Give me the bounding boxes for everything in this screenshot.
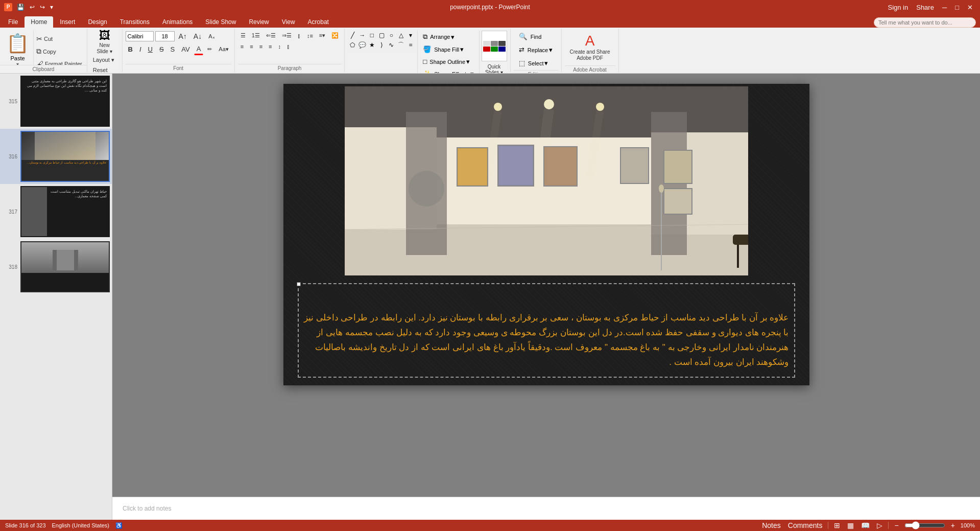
- save-btn[interactable]: 💾: [15, 3, 26, 11]
- tab-acrobat[interactable]: Acrobat: [302, 16, 335, 28]
- redo-btn[interactable]: ↪: [38, 3, 46, 11]
- slide-text-box[interactable]: علاوه بر آن با طراحی دید مناسب از حیاط م…: [299, 306, 794, 375]
- rect-tool[interactable]: □: [367, 31, 376, 40]
- quick-styles-box[interactable]: [482, 31, 507, 61]
- tab-slideshow[interactable]: Slide Show: [199, 16, 242, 28]
- oval-tool[interactable]: ○: [387, 31, 396, 40]
- slide-thumb-315[interactable]: 315 این شهر طراحی هو گالری طراحی به معما…: [0, 74, 112, 129]
- tab-transitions[interactable]: Transitions: [114, 16, 156, 28]
- replace-button[interactable]: ⇄ Replace ▾: [516, 44, 556, 56]
- slide-sorter-btn[interactable]: ▦: [846, 521, 855, 530]
- tab-view[interactable]: View: [276, 16, 301, 28]
- pentagon-tool[interactable]: ⬠: [348, 40, 357, 50]
- triangle-tool[interactable]: △: [396, 31, 405, 40]
- align-right-btn[interactable]: ≡: [257, 42, 265, 51]
- shadow-btn[interactable]: S: [168, 44, 178, 55]
- slide-canvas[interactable]: علاوه بر آن با طراحی دید مناسب از حیاط م…: [283, 84, 809, 385]
- underline-btn[interactable]: U: [146, 44, 155, 55]
- customize-btn[interactable]: ▾: [49, 3, 55, 11]
- resize-handle-topleft[interactable]: [297, 282, 301, 286]
- shape-fill-button[interactable]: 🪣 Shape Fill ▾: [420, 43, 476, 55]
- line-spacing-btn[interactable]: ↕: [275, 42, 283, 51]
- font-size-input[interactable]: [155, 31, 175, 41]
- sign-in-btn[interactable]: Sign in: [885, 3, 911, 12]
- increase-font-btn[interactable]: A↑: [176, 31, 189, 42]
- justify-btn[interactable]: ≡: [266, 42, 274, 51]
- slideshow-btn[interactable]: ▷: [875, 521, 884, 530]
- font-spacing-btn[interactable]: AV: [179, 44, 192, 55]
- tab-review[interactable]: Review: [243, 16, 275, 28]
- curve-tool[interactable]: ∿: [387, 40, 396, 50]
- align-center-btn[interactable]: ≡: [247, 42, 255, 51]
- create-share-pdf-button[interactable]: A Create and ShareAdobe PDF: [567, 32, 613, 63]
- arrange-button[interactable]: ⧉ Arrange ▾: [420, 31, 476, 43]
- minimize-btn[interactable]: ─: [939, 3, 950, 12]
- status-bar: Slide 316 of 323 English (United States)…: [0, 520, 980, 531]
- font-color-btn[interactable]: A: [194, 43, 204, 55]
- maximize-btn[interactable]: □: [952, 3, 962, 12]
- col-divider-btn[interactable]: ⫿: [284, 42, 293, 51]
- italic-btn[interactable]: I: [137, 44, 144, 55]
- decrease-font-btn[interactable]: A↓: [191, 31, 204, 42]
- tab-design[interactable]: Design: [82, 16, 113, 28]
- slide-thumb-317[interactable]: 317 حیاط تهران ماکتی تبدیل متناسب است کم…: [0, 184, 112, 239]
- more-shapes-btn[interactable]: ▾: [406, 31, 415, 40]
- slide-thumb-316[interactable]: 316 علاوه بر آن با طراحی دید مناسب از حی…: [0, 129, 112, 184]
- font-name-input[interactable]: [126, 31, 154, 41]
- arrow-tool[interactable]: →: [357, 31, 367, 40]
- quick-styles-button[interactable]: QuickStyles ▾: [483, 62, 506, 74]
- align-left-btn[interactable]: ≡: [238, 42, 246, 51]
- tab-home[interactable]: Home: [25, 16, 53, 28]
- strikethrough-btn[interactable]: S: [157, 44, 166, 55]
- notes-area[interactable]: Click to add notes: [112, 497, 980, 520]
- indent-decrease-btn[interactable]: ⇐☰: [264, 31, 278, 40]
- slide-photo[interactable]: [345, 86, 748, 275]
- shape-outline-button[interactable]: □ Shape Outline ▾: [420, 56, 476, 67]
- find-button[interactable]: 🔍 Find: [516, 31, 556, 42]
- connector-tool[interactable]: ⌒: [396, 40, 405, 50]
- smartart-btn[interactable]: 🔀: [329, 31, 341, 40]
- align-text-btn[interactable]: ≡▾: [317, 31, 328, 40]
- numbering-btn[interactable]: 1☰: [249, 31, 262, 40]
- new-slide-button[interactable]: 🖼 NewSlide ▾: [94, 30, 115, 55]
- select-button[interactable]: ⬚ Select ▾: [516, 57, 556, 69]
- zoom-in-btn[interactable]: +: [949, 521, 957, 530]
- tab-file[interactable]: File: [2, 16, 24, 28]
- tab-insert[interactable]: Insert: [54, 16, 81, 28]
- reset-button[interactable]: Reset: [90, 65, 119, 74]
- shape-fill-label: Shape Fill: [434, 47, 459, 53]
- undo-btn[interactable]: ↩: [28, 3, 36, 11]
- callout-tool[interactable]: 💬: [357, 40, 367, 50]
- rounded-rect-tool[interactable]: ▢: [377, 31, 386, 40]
- slide-info: Slide 316 of 323: [5, 522, 46, 528]
- star-tool[interactable]: ★: [367, 40, 376, 50]
- text-direction-btn[interactable]: ↕≡: [304, 31, 316, 40]
- zoom-slider[interactable]: [904, 521, 945, 529]
- search-input[interactable]: [874, 17, 976, 28]
- reading-view-btn[interactable]: 📖: [859, 521, 871, 530]
- shape-effects-button[interactable]: ✨ Shape Effects ▾: [420, 68, 476, 74]
- bullets-btn[interactable]: ☰: [238, 31, 248, 40]
- zoom-out-btn[interactable]: −: [893, 521, 900, 530]
- cut-button[interactable]: ✂ Cut: [34, 33, 85, 44]
- normal-view-btn[interactable]: ⊞: [832, 521, 842, 530]
- share-btn[interactable]: Share: [913, 3, 937, 12]
- layout-button[interactable]: Layout ▾: [90, 55, 119, 65]
- notes-btn[interactable]: Notes: [760, 521, 782, 530]
- indent-increase-btn[interactable]: ⇒☰: [279, 31, 294, 40]
- clear-format-btn[interactable]: Aₓ: [206, 32, 217, 41]
- copy-button[interactable]: ⧉ Copy: [34, 45, 85, 57]
- equation-tool[interactable]: =: [406, 40, 415, 50]
- close-btn[interactable]: ✕: [964, 3, 976, 12]
- line-tool[interactable]: ╱: [348, 31, 357, 40]
- text-cols-btn[interactable]: ⫿: [295, 31, 303, 40]
- tab-animations[interactable]: Animations: [156, 16, 199, 28]
- change-case-btn[interactable]: Aa▾: [216, 44, 231, 54]
- adobe-acrobat-group: A Create and ShareAdobe PDF Adobe Acroba…: [562, 29, 619, 72]
- font-highlight-btn[interactable]: ✏: [205, 44, 214, 54]
- copy-icon: ⧉: [36, 47, 41, 56]
- chevron-tool[interactable]: ⟩: [377, 40, 386, 50]
- slide-thumb-318[interactable]: 318: [0, 239, 112, 294]
- comments-btn[interactable]: Comments: [786, 521, 824, 530]
- bold-btn[interactable]: B: [126, 44, 135, 55]
